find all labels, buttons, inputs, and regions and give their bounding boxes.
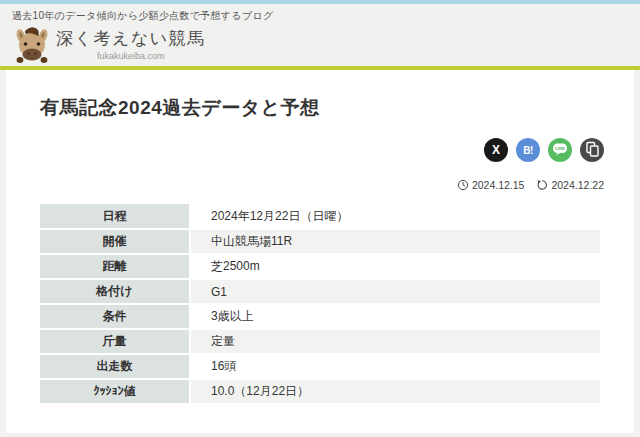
logo-text-block: 深く考えない競馬 fukakukeiba.com xyxy=(56,27,206,61)
table-row: 日程2024年12月22日（日曜） xyxy=(40,204,600,229)
table-row: 開催中山競馬場11R xyxy=(40,229,600,254)
x-share-button[interactable]: X xyxy=(484,138,508,162)
site-title: 深く考えない競馬 xyxy=(56,27,206,50)
article-dates: 2024.12.15 2024.12.22 xyxy=(40,179,604,191)
x-icon: X xyxy=(492,143,500,157)
row-label: 日程 xyxy=(40,204,190,229)
clock-icon xyxy=(457,179,469,191)
row-value: G1 xyxy=(190,279,600,304)
hatena-share-button[interactable]: B! xyxy=(516,138,540,162)
table-row: 出走数16頭 xyxy=(40,354,600,379)
line-icon: LINE xyxy=(548,137,572,164)
row-value: 10.0（12月22日） xyxy=(190,379,600,404)
race-info-table: 日程2024年12月22日（日曜）開催中山競馬場11R距離芝2500m格付けG1… xyxy=(40,204,600,405)
row-label: ｸｯｼｮﾝ値 xyxy=(40,379,190,404)
share-buttons: X B! LINE xyxy=(40,138,604,162)
table-row: 条件3歳以上 xyxy=(40,304,600,329)
row-label: 距離 xyxy=(40,254,190,279)
horse-mascot-icon xyxy=(12,24,52,64)
site-tagline: 過去10年のデータ傾向から少額少点数で予想するブログ xyxy=(12,9,640,23)
row-value: 3歳以上 xyxy=(190,304,600,329)
copy-share-button[interactable] xyxy=(580,138,604,162)
row-value: 2024年12月22日（日曜） xyxy=(190,204,600,229)
site-domain: fukakukeiba.com xyxy=(56,51,206,61)
table-row: 距離芝2500m xyxy=(40,254,600,279)
table-row: 格付けG1 xyxy=(40,279,600,304)
svg-text:LINE: LINE xyxy=(555,146,565,151)
row-value: 16頭 xyxy=(190,354,600,379)
row-label: 開催 xyxy=(40,229,190,254)
site-header: 過去10年のデータ傾向から少額少点数で予想するブログ 深く考えない競馬 fuk xyxy=(0,4,640,66)
updated-date: 2024.12.22 xyxy=(536,179,604,191)
row-value: 芝2500m xyxy=(190,254,600,279)
published-date: 2024.12.15 xyxy=(457,179,525,191)
refresh-icon xyxy=(536,179,548,191)
table-row: 斤量定量 xyxy=(40,329,600,354)
row-label: 出走数 xyxy=(40,354,190,379)
row-value: 定量 xyxy=(190,329,600,354)
row-value: 中山競馬場11R xyxy=(190,229,600,254)
copy-pages-icon xyxy=(580,137,604,164)
row-label: 格付け xyxy=(40,279,190,304)
site-logo-link[interactable]: 深く考えない競馬 fukakukeiba.com xyxy=(12,24,640,64)
row-label: 条件 xyxy=(40,304,190,329)
hatena-icon: B! xyxy=(523,145,533,156)
row-label: 斤量 xyxy=(40,329,190,354)
race-info-table-body: 日程2024年12月22日（日曜）開催中山競馬場11R距離芝2500m格付けG1… xyxy=(40,204,600,404)
line-share-button[interactable]: LINE xyxy=(548,138,572,162)
article-content: 有馬記念2024過去データと予想 X B! LINE xyxy=(6,70,634,433)
updated-date-text: 2024.12.22 xyxy=(551,179,604,191)
table-row: ｸｯｼｮﾝ値10.0（12月22日） xyxy=(40,379,600,404)
published-date-text: 2024.12.15 xyxy=(472,179,525,191)
article-title: 有馬記念2024過去データと予想 xyxy=(40,70,634,121)
